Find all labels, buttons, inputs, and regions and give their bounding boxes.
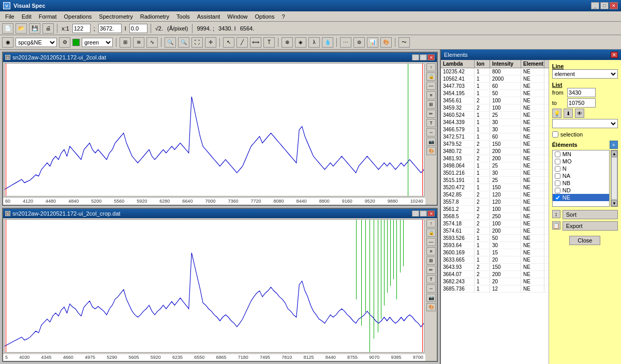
- tb-measure-btn[interactable]: ⟺: [250, 37, 261, 48]
- table-row[interactable]: 3456.61 2 100 NE: [441, 97, 549, 104]
- scrollbar-up-btn[interactable]: ▲: [611, 150, 617, 157]
- elem-item[interactable]: MN: [553, 150, 609, 158]
- chart2-minimize-btn[interactable]: _: [412, 210, 419, 217]
- chart2-maximize-btn[interactable]: □: [420, 210, 427, 217]
- chart2-side-btn1[interactable]: ↑: [426, 219, 436, 228]
- elem-checkbox[interactable]: [555, 180, 560, 186]
- tb-profile-icon[interactable]: ◉: [2, 37, 13, 48]
- profile-select[interactable]: spcg&NE: [16, 38, 57, 47]
- chart2-side-btn4[interactable]: ≡: [426, 247, 436, 255]
- chart1-plot[interactable]: [4, 63, 424, 196]
- table-row[interactable]: 3472.571 1 60 NE: [441, 133, 549, 141]
- menu-assistant[interactable]: Assistant: [194, 13, 224, 20]
- chart2-close-btn[interactable]: ✕: [427, 210, 435, 217]
- elem-checkbox[interactable]: [555, 195, 560, 201]
- tb-line-btn[interactable]: ╱: [236, 37, 248, 48]
- table-row[interactable]: 10235.42 1 800 NE: [441, 68, 549, 75]
- elements-add-btn[interactable]: +: [610, 141, 618, 149]
- elements-list[interactable]: MN MO N NA NB ND NE: [552, 150, 610, 207]
- table-row[interactable]: 3480.72 2 200 NE: [441, 148, 549, 155]
- menu-options[interactable]: Options: [252, 13, 277, 20]
- selection-checkbox[interactable]: [552, 131, 558, 138]
- tb-wave-btn[interactable]: 〜: [398, 37, 410, 48]
- chart1-side-btn9[interactable]: 📷: [426, 138, 436, 146]
- chart2-side-btn3[interactable]: —: [426, 238, 436, 246]
- chart2-side-btn6[interactable]: ✏: [426, 266, 436, 274]
- table-row[interactable]: 3682.243 1 20 NE: [441, 278, 549, 285]
- tb-lambda-btn[interactable]: λ: [308, 37, 320, 48]
- table-row[interactable]: 3459.32 2 100 NE: [441, 104, 549, 112]
- elem-item[interactable]: N: [553, 165, 609, 172]
- table-row[interactable]: 3481.93 2 200 NE: [441, 155, 549, 162]
- tb-spec-btn[interactable]: ◈: [295, 37, 306, 48]
- tb-zoom-out-btn[interactable]: 🔍: [178, 37, 189, 48]
- tb-cursor-btn[interactable]: ↖: [223, 37, 234, 48]
- table-row[interactable]: 3664.07 2 200 NE: [441, 271, 549, 278]
- elem-item[interactable]: NE: [553, 194, 609, 201]
- table-row[interactable]: 3466.579 1 30 NE: [441, 126, 549, 133]
- tb-view2-btn[interactable]: ∿: [146, 37, 158, 48]
- chart2-side-btn9[interactable]: 📷: [426, 294, 436, 302]
- chart1-minimize-btn[interactable]: _: [412, 54, 419, 60]
- tb-new-btn[interactable]: 📄: [2, 23, 13, 34]
- table-row[interactable]: 3557.8 2 120 NE: [441, 199, 549, 206]
- tb-annotate-btn[interactable]: T: [263, 37, 275, 48]
- tb-view-btn[interactable]: ≋: [133, 37, 144, 48]
- sort-icon-btn[interactable]: ↕: [552, 210, 560, 218]
- elem-item[interactable]: ND: [553, 187, 609, 194]
- export-button[interactable]: Export: [563, 221, 618, 231]
- chart1-side-btn2[interactable]: 🔒: [426, 72, 436, 81]
- tb-ref-btn[interactable]: ⊕: [282, 37, 293, 48]
- close-button[interactable]: Close: [569, 236, 600, 245]
- menu-operations[interactable]: Operations: [61, 13, 95, 20]
- th-lambda[interactable]: Lambda: [441, 60, 475, 68]
- table-row[interactable]: 10562.41 1 2000 NE: [441, 75, 549, 83]
- table-row[interactable]: 3568.5 2 250 NE: [441, 213, 549, 220]
- chart2-side-btn10[interactable]: 🎨: [426, 303, 436, 311]
- maximize-button[interactable]: □: [600, 2, 609, 9]
- th-intensity[interactable]: Intensity: [490, 60, 521, 68]
- export-icon-btn[interactable]: 📋: [552, 221, 560, 230]
- to-input[interactable]: [567, 98, 596, 108]
- elem-item[interactable]: NB: [553, 179, 609, 187]
- elem-checkbox[interactable]: [555, 159, 560, 164]
- table-row[interactable]: 3454.195 1 50 NE: [441, 90, 549, 97]
- elem-checkbox[interactable]: [555, 151, 560, 157]
- th-ion[interactable]: Ion: [475, 60, 490, 68]
- chart2-side-btn5[interactable]: ⊞: [426, 256, 436, 265]
- chart2-controls[interactable]: _ □ ✕: [412, 210, 435, 217]
- chart1-side-btn5[interactable]: ⊞: [426, 100, 436, 109]
- table-row[interactable]: 3643.93 2 150 NE: [441, 264, 549, 271]
- tb-settings-btn[interactable]: ⚙: [59, 37, 70, 48]
- filter-select[interactable]: [552, 119, 618, 128]
- table-row[interactable]: 3498.064 1 25 NE: [441, 162, 549, 170]
- table-row[interactable]: 3633.665 1 20 NE: [441, 256, 549, 264]
- tb-color-btn[interactable]: 🎨: [380, 37, 392, 48]
- elem-checkbox[interactable]: [555, 166, 560, 172]
- table-row[interactable]: 3542.85 2 120 NE: [441, 191, 549, 199]
- tb-save-btn[interactable]: 💾: [29, 23, 40, 34]
- tb-open-btn[interactable]: 📂: [16, 23, 27, 34]
- chart1-side-btn10[interactable]: 🎨: [426, 147, 436, 155]
- table-row[interactable]: 3574.18 2 100 NE: [441, 220, 549, 228]
- color-select[interactable]: green: [82, 38, 113, 47]
- chart1-controls[interactable]: _ □ ✕: [412, 54, 435, 60]
- menu-help[interactable]: ?: [278, 13, 288, 20]
- menu-file[interactable]: File: [2, 13, 18, 20]
- table-row[interactable]: 3464.339 1 30 NE: [441, 119, 549, 126]
- elem-checkbox[interactable]: [555, 173, 560, 179]
- tb-zoom-in-btn[interactable]: 🔍: [165, 37, 176, 48]
- tb-drop-btn[interactable]: 💧: [322, 37, 333, 48]
- line-type-select[interactable]: element ion: [552, 69, 618, 79]
- tb-elem-btn[interactable]: ⊚: [353, 37, 365, 48]
- chart2-side-btn8[interactable]: ↔: [426, 284, 436, 293]
- coord-x-input[interactable]: [72, 24, 91, 33]
- chart2-side-btn7[interactable]: T: [426, 275, 436, 283]
- chart2-plot[interactable]: [4, 219, 424, 353]
- chart1-side-btn6[interactable]: ✏: [426, 110, 436, 118]
- chart2-side-btn2[interactable]: 🔒: [426, 229, 436, 237]
- list-bulb-btn[interactable]: 💡: [552, 109, 561, 118]
- table-row[interactable]: 3593.64 1 30 NE: [441, 242, 549, 249]
- table-row[interactable]: 3593.526 1 50 NE: [441, 235, 549, 242]
- menu-edit[interactable]: Edit: [19, 13, 35, 20]
